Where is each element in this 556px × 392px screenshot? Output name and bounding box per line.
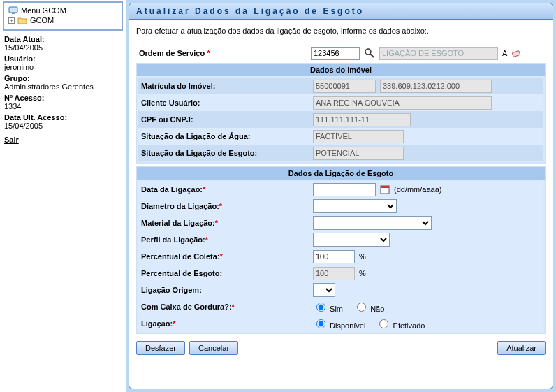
agua-field: [313, 130, 404, 143]
diametro-select[interactable]: [313, 199, 397, 213]
radio-nao[interactable]: [357, 303, 366, 312]
cliente-field: [313, 96, 492, 110]
material-select[interactable]: [313, 216, 432, 230]
required-mark: *: [215, 219, 218, 227]
radio-disponivel-wrap[interactable]: Disponível: [313, 317, 365, 330]
data-ligacao-label: Data da Ligação:: [141, 185, 203, 194]
folder-icon: [17, 16, 27, 24]
panel-title: Atualizar Dados da Ligação de Esgoto: [129, 3, 553, 20]
sim-label: Sim: [330, 305, 343, 313]
matricula-label: Matrícula do Imóvel:: [138, 82, 313, 90]
required-mark: *: [203, 185, 205, 194]
agua-label: Situação da Ligação de Água:: [138, 132, 313, 140]
date-value: 15/04/2005: [4, 43, 122, 52]
monitor-icon: [8, 6, 18, 15]
undo-button[interactable]: Desfazer: [136, 341, 185, 355]
gordura-label: Com Caixa de Gordura?:: [141, 303, 232, 311]
cancel-button[interactable]: Cancelar: [189, 341, 238, 355]
svg-rect-6: [381, 186, 389, 188]
user-label: Usuário:: [4, 55, 122, 63]
section-ligacao-title: Dados da Ligação de Esgoto: [137, 167, 545, 180]
main-area: Atualizar Dados da Ligação de Esgoto Par…: [126, 0, 556, 392]
button-row: Desfazer Cancelar Atualizar: [129, 337, 553, 355]
section-ligacao: Dados da Ligação de Esgoto Data da Ligaç…: [136, 166, 546, 334]
group-value: Administradores Gerentes: [4, 82, 122, 91]
coleta-label: Percentual de Coleta:: [141, 252, 219, 261]
inscricao-field: [380, 80, 492, 93]
section-imovel: Dados do Imóvel Matrícula do Imóvel: Cli…: [136, 63, 546, 164]
perfil-select[interactable]: [313, 233, 390, 247]
pct-sign: %: [359, 252, 366, 261]
svg-rect-4: [513, 50, 520, 57]
perfil-label: Perfil da Ligação:: [141, 235, 205, 244]
radio-nao-wrap[interactable]: Não: [353, 300, 384, 313]
logout-link[interactable]: Sair: [4, 136, 19, 144]
required-mark: *: [232, 303, 235, 311]
required-mark: *: [219, 202, 222, 210]
esgoto-pct-field: [313, 267, 355, 280]
order-label: Ordem de Serviço: [139, 49, 205, 57]
sidebar: Menu GCOM + GCOM Data Atual: 15/04/2005 …: [0, 0, 126, 392]
order-input[interactable]: [311, 47, 360, 60]
order-a: A: [502, 49, 507, 57]
pct-sign: %: [359, 269, 366, 277]
origem-select[interactable]: [313, 283, 335, 297]
tree-gcom-label: GCOM: [30, 16, 54, 24]
ligacao-label: Ligação:: [141, 319, 173, 328]
cpf-field: [313, 113, 411, 126]
required-mark: *: [205, 235, 208, 244]
svg-line-3: [370, 54, 374, 57]
nav-tree: Menu GCOM + GCOM: [3, 1, 123, 31]
esgoto-sit-label: Situação da Ligação de Esgoto:: [138, 149, 313, 157]
data-ligacao-input[interactable]: [313, 183, 376, 196]
data-hint: (dd/mm/aaaa): [394, 185, 441, 194]
tree-menu-label: Menu GCOM: [21, 6, 66, 15]
form-panel: Atualizar Dados da Ligação de Esgoto Par…: [129, 3, 553, 389]
material-label: Material da Ligação:: [141, 219, 215, 227]
tree-gcom-item[interactable]: + GCOM: [8, 15, 117, 25]
access-no-value: 1334: [4, 102, 122, 110]
cpf-label: CPF ou CNPJ:: [138, 115, 313, 124]
esgoto-sit-field: [313, 147, 404, 160]
svg-rect-1: [12, 13, 15, 14]
date-label: Data Atual:: [4, 35, 122, 43]
radio-efetivado-wrap[interactable]: Efetivado: [376, 317, 425, 330]
svg-point-2: [365, 49, 371, 55]
radio-sim[interactable]: [316, 303, 325, 312]
efetivado-label: Efetivado: [393, 321, 425, 330]
radio-sim-wrap[interactable]: Sim: [313, 300, 343, 313]
intro-text: Para efetuar a atualização dos dados da …: [129, 20, 553, 45]
radio-efetivado[interactable]: [379, 319, 388, 328]
coleta-input[interactable]: [313, 250, 355, 263]
required-mark: *: [205, 49, 210, 57]
user-value: jeronimo: [4, 63, 122, 71]
disponivel-label: Disponível: [330, 321, 365, 330]
calendar-icon[interactable]: [380, 184, 390, 194]
group-label: Grupo:: [4, 74, 122, 82]
svg-rect-0: [9, 7, 17, 13]
eraser-icon[interactable]: [511, 48, 522, 59]
order-type-field: [379, 47, 498, 60]
sidebar-info: Data Atual: 15/04/2005 Usuário: jeronimo…: [3, 35, 123, 144]
expand-icon[interactable]: +: [8, 17, 15, 24]
radio-disponivel[interactable]: [316, 319, 325, 328]
section-imovel-title: Dados do Imóvel: [137, 64, 545, 76]
diametro-label: Diametro da Ligação:: [141, 202, 219, 210]
required-mark: *: [173, 319, 175, 328]
order-row: Ordem de Serviço * A: [136, 45, 546, 61]
tree-menu-root[interactable]: Menu GCOM: [8, 6, 117, 15]
update-button[interactable]: Atualizar: [497, 341, 546, 355]
cliente-label: Cliente Usuário:: [138, 99, 313, 107]
esgoto-pct-label: Percentual de Esgoto:: [138, 269, 313, 277]
last-access-value: 15/04/2005: [4, 122, 122, 130]
nao-label: Não: [370, 305, 384, 313]
matricula-field: [313, 80, 376, 93]
access-no-label: Nº Acesso:: [4, 94, 122, 102]
required-mark: *: [219, 252, 222, 261]
search-icon[interactable]: [364, 48, 375, 59]
origem-label: Ligação Origem:: [138, 286, 313, 294]
last-access-label: Data Ult. Acesso:: [4, 113, 122, 122]
